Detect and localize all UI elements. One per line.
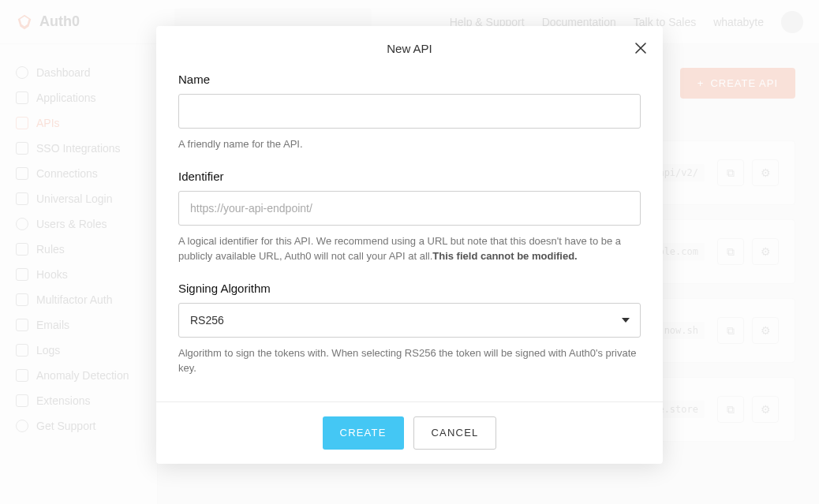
new-api-modal: New API Name A friendly name for the API…: [156, 26, 663, 464]
form-group-algorithm: Signing Algorithm RS256 Algorithm to sig…: [178, 282, 641, 376]
create-button[interactable]: CREATE: [323, 416, 404, 450]
algorithm-help: Algorithm to sign the tokens with. When …: [178, 345, 641, 376]
name-help: A friendly name for the API.: [178, 136, 641, 152]
modal-overlay: New API Name A friendly name for the API…: [0, 0, 819, 504]
name-label: Name: [178, 73, 641, 86]
modal-footer: CREATE CANCEL: [156, 401, 663, 464]
form-group-identifier: Identifier A logical identifier for this…: [178, 170, 641, 264]
modal-body: Name A friendly name for the API. Identi…: [156, 63, 663, 401]
modal-header: New API: [156, 26, 663, 63]
identifier-help: A logical identifier for this API. We re…: [178, 233, 641, 264]
identifier-input[interactable]: [178, 191, 641, 226]
name-input[interactable]: [178, 94, 641, 129]
algorithm-label: Signing Algorithm: [178, 282, 641, 295]
form-group-name: Name A friendly name for the API.: [178, 73, 641, 152]
algorithm-select[interactable]: RS256: [178, 303, 641, 338]
algorithm-select-wrap: RS256: [178, 303, 641, 338]
cancel-button[interactable]: CANCEL: [413, 416, 497, 450]
identifier-help-bold: This field cannot be modified.: [432, 250, 577, 262]
identifier-label: Identifier: [178, 170, 641, 183]
close-button[interactable]: [633, 40, 649, 56]
modal-title: New API: [178, 42, 641, 55]
close-icon: [634, 42, 647, 54]
